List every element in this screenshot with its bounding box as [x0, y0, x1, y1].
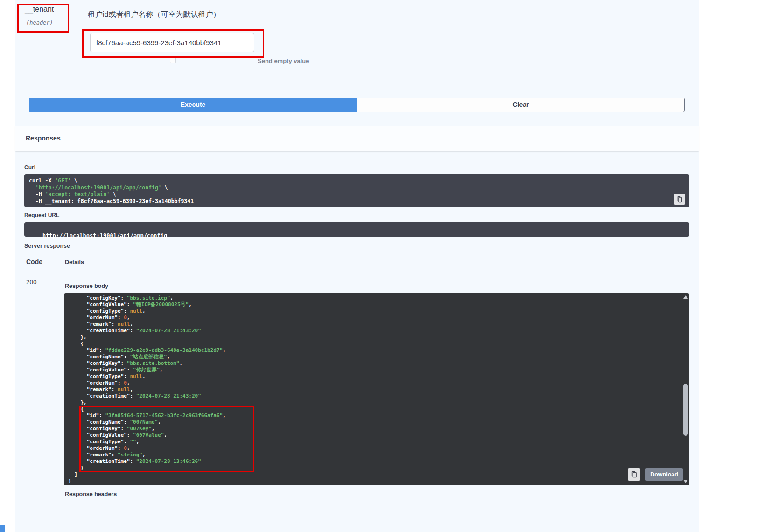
request-url-label: Request URL [24, 212, 59, 218]
responses-title: Responses [26, 134, 61, 142]
param-location: (header) [26, 20, 53, 26]
tenant-input[interactable] [90, 33, 254, 52]
response-copy-button[interactable] [628, 468, 640, 481]
details-column-header: Details [65, 259, 84, 266]
request-url-text: http://localhost:19001/api/app/config [42, 232, 167, 239]
response-body-label: Response body [65, 283, 108, 289]
swagger-page: __tenant (header) 租户id或者租户名称（可空为默认租户） Se… [0, 0, 778, 532]
response-json-text: "configKey": "bbs.site.icp", "configValu… [64, 293, 689, 484]
param-description: 租户id或者租户名称（可空为默认租户） [88, 10, 220, 20]
curl-command-text: curl -X 'GET' \ 'http://localhost:19001/… [29, 177, 685, 204]
request-url-block: http://localhost:19001/api/app/config [24, 222, 689, 237]
scrollbar-down-arrow[interactable] [683, 480, 688, 483]
table-header-divider [24, 271, 689, 271]
response-headers-label: Response headers [65, 491, 117, 497]
param-name: __tenant [25, 5, 54, 14]
response-body-block: "configKey": "bbs.site.icp", "configValu… [64, 293, 689, 485]
execute-button[interactable]: Execute [29, 98, 357, 112]
download-button[interactable]: Download [645, 468, 683, 481]
server-response-label: Server response [24, 243, 70, 249]
curl-label: Curl [24, 164, 35, 171]
code-column-header: Code [26, 258, 42, 266]
send-empty-label: Send empty value [258, 57, 309, 64]
status-code: 200 [26, 279, 37, 286]
clipboard-icon [631, 471, 638, 478]
scrollbar-thumb[interactable] [683, 384, 688, 436]
curl-block: curl -X 'GET' \ 'http://localhost:19001/… [24, 174, 689, 207]
scrollbar-up-arrow[interactable] [683, 295, 688, 299]
responses-header-band [15, 126, 699, 151]
clipboard-icon [676, 196, 683, 203]
send-empty-checkbox[interactable] [170, 57, 176, 63]
curl-copy-button[interactable] [674, 194, 685, 205]
next-opblock-fragment [0, 525, 5, 532]
clear-button[interactable]: Clear [357, 98, 685, 112]
